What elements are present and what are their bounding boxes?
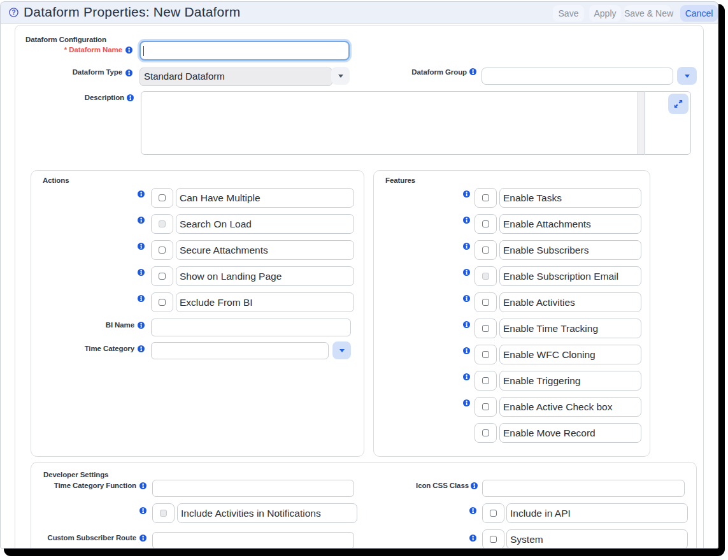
- svg-text:?: ?: [12, 9, 16, 16]
